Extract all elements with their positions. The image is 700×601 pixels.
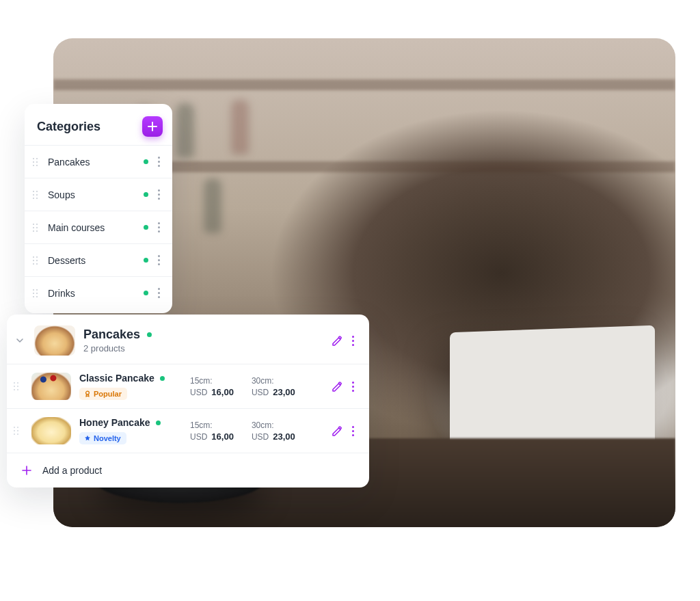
- category-item[interactable]: Pancakes: [25, 145, 172, 178]
- add-product-label: Add a product: [42, 465, 102, 476]
- categories-title: Categories: [37, 120, 100, 134]
- more-actions-button[interactable]: [155, 252, 163, 268]
- price-currency: USD: [252, 388, 269, 397]
- more-actions-button[interactable]: [155, 154, 163, 170]
- add-product-button[interactable]: Add a product: [7, 453, 369, 488]
- price-value: 23,00: [273, 431, 295, 442]
- price-value: 23,00: [273, 387, 295, 397]
- product-group-title: Pancakes: [83, 328, 140, 342]
- edit-product-button[interactable]: [330, 424, 344, 438]
- collapse-toggle[interactable]: [14, 334, 26, 347]
- product-prices: 15cm: USD16,00 30cm: USD23,00: [190, 420, 322, 442]
- category-label: Pancakes: [48, 157, 137, 168]
- price-value: 16,00: [211, 387, 234, 397]
- product-group-header: Pancakes 2 products: [7, 315, 369, 364]
- drag-handle-icon[interactable]: [33, 256, 41, 265]
- more-actions-button[interactable]: [349, 423, 357, 439]
- drag-handle-icon[interactable]: [14, 382, 23, 390]
- status-dot-icon: [144, 291, 148, 295]
- drag-handle-icon[interactable]: [33, 158, 41, 166]
- product-thumbnail: [31, 417, 71, 444]
- badge-novelty: Novelty: [79, 432, 126, 444]
- more-actions-button[interactable]: [155, 187, 163, 202]
- product-prices: 15cm: USD16,00 30cm: USD23,00: [190, 376, 322, 397]
- price-size-label: 15cm:: [190, 376, 234, 386]
- plus-icon: [148, 122, 157, 131]
- product-name: Honey Pancake: [79, 417, 150, 428]
- category-item[interactable]: Drinks: [25, 276, 172, 309]
- badge-popular: Popular: [79, 388, 127, 400]
- more-actions-button[interactable]: [349, 333, 357, 349]
- drag-handle-icon[interactable]: [14, 427, 23, 435]
- edit-group-button[interactable]: [330, 334, 344, 347]
- edit-product-button[interactable]: [330, 379, 344, 393]
- product-group-thumbnail: [34, 325, 75, 356]
- edit-icon: [331, 334, 343, 347]
- drag-handle-icon[interactable]: [33, 191, 41, 199]
- status-dot-icon: [144, 192, 148, 197]
- status-dot-icon: [156, 420, 161, 425]
- drag-handle-icon[interactable]: [33, 224, 41, 232]
- edit-icon: [331, 380, 343, 392]
- price-currency: USD: [190, 432, 207, 442]
- category-item[interactable]: Soups: [25, 178, 172, 211]
- more-actions-button[interactable]: [155, 285, 163, 301]
- category-label: Desserts: [48, 255, 137, 266]
- status-dot-icon: [144, 159, 148, 164]
- chevron-down-icon: [16, 336, 24, 345]
- status-dot-icon: [160, 376, 165, 381]
- status-dot-icon: [147, 332, 152, 337]
- category-item[interactable]: Main courses: [25, 211, 172, 243]
- plus-icon: [21, 464, 33, 477]
- star-icon: [83, 435, 91, 442]
- add-category-button[interactable]: [142, 116, 163, 137]
- price-currency: USD: [252, 432, 269, 442]
- award-icon: [83, 390, 91, 398]
- price-currency: USD: [190, 388, 207, 397]
- svg-point-0: [85, 391, 89, 395]
- product-group-subtitle: 2 products: [83, 343, 322, 353]
- category-label: Soups: [48, 189, 137, 200]
- badge-label: Popular: [94, 390, 122, 398]
- product-row[interactable]: Classic Pancake Popular 15cm: USD16,00 3…: [7, 364, 369, 408]
- product-thumbnail: [31, 373, 71, 400]
- status-dot-icon: [144, 225, 148, 230]
- product-row[interactable]: Honey Pancake Novelty 15cm: USD16,00 30c…: [7, 408, 369, 453]
- category-item[interactable]: Desserts: [25, 243, 172, 276]
- edit-icon: [331, 425, 343, 437]
- badge-label: Novelty: [94, 434, 121, 442]
- status-dot-icon: [144, 258, 148, 263]
- category-label: Main courses: [48, 222, 137, 233]
- category-label: Drinks: [48, 288, 137, 299]
- drag-handle-icon[interactable]: [33, 289, 41, 297]
- product-name: Classic Pancake: [79, 373, 154, 384]
- price-size-label: 30cm:: [252, 420, 295, 430]
- more-actions-button[interactable]: [349, 379, 357, 395]
- products-card: Pancakes 2 products Classic Pancake: [7, 315, 369, 488]
- more-actions-button[interactable]: [155, 219, 163, 235]
- price-size-label: 30cm:: [252, 376, 295, 386]
- categories-card: Categories Pancakes Soups Main courses D…: [25, 104, 172, 313]
- price-value: 16,00: [211, 431, 234, 442]
- price-size-label: 15cm:: [190, 420, 234, 430]
